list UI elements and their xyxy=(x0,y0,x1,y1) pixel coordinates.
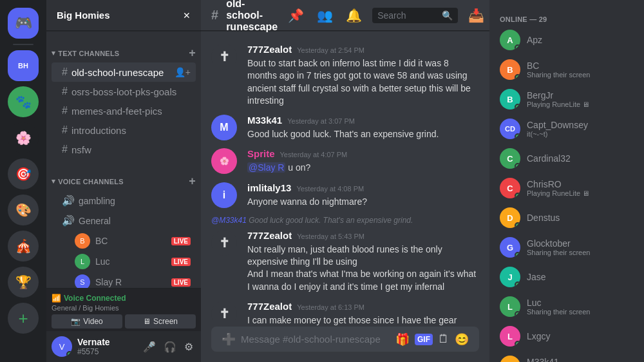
settings-button[interactable]: ⚙ xyxy=(182,338,196,356)
mention[interactable]: @Slay R xyxy=(247,162,285,173)
member-avatar: C xyxy=(500,178,520,198)
text-channels-label: Text Channels xyxy=(58,50,119,57)
server-icon-3[interactable]: 🌸 xyxy=(8,122,39,153)
video-button[interactable]: 📷 Video xyxy=(52,314,122,329)
screen-button[interactable]: 🖥 Screen xyxy=(125,314,196,329)
text-channels-category[interactable]: ▾ Text Channels + xyxy=(46,36,201,62)
message-author[interactable]: Sprite xyxy=(247,148,275,159)
screen-label: Screen xyxy=(153,317,178,326)
add-server-button[interactable]: + xyxy=(8,303,39,334)
member-avatar: G xyxy=(500,237,520,258)
channel-item-introductions[interactable]: # introductions xyxy=(52,120,196,140)
voice-channel-general[interactable]: 🔊 General xyxy=(52,211,196,231)
server-icon-7[interactable]: 🏆 xyxy=(8,267,39,298)
search-box[interactable]: 🔍 xyxy=(372,8,458,23)
bell-icon[interactable]: 🔔 xyxy=(343,5,365,26)
message-header: 777Zealot Yesterday at 2:54 PM xyxy=(247,44,479,55)
voice-connected-channel: General / Big Homies xyxy=(52,304,196,312)
message-author[interactable]: M33k41 xyxy=(247,115,282,126)
member-item-lxgcy[interactable]: L Lxgcy xyxy=(495,322,639,350)
message-header: Sprite Yesterday at 4:07 PM xyxy=(247,148,479,159)
message-author[interactable]: 777Zealot xyxy=(247,301,292,312)
member-name: Luc xyxy=(95,256,166,267)
message-input-box[interactable]: ➕ 🎁 GIF 🗒 😊 xyxy=(211,327,479,352)
members-icon[interactable]: 👥 xyxy=(314,5,336,26)
member-item-apz[interactable]: A Apz xyxy=(495,26,639,54)
message-avatar: M xyxy=(211,115,237,140)
member-item-capt-downsey[interactable]: CD Capt_Downsey it(~-~t) xyxy=(495,115,639,143)
discord-home-button[interactable]: 🎮 xyxy=(8,8,39,39)
member-item-m33k41[interactable]: M M33k41 Playing RuneLite 🖥 xyxy=(495,352,639,362)
server-icon-2[interactable]: 🐾 xyxy=(8,86,39,117)
message-content: Sprite Yesterday at 4:07 PM @Slay R u on… xyxy=(247,148,479,174)
reply-mention: @M33k41 xyxy=(211,216,247,225)
member-item-chrisro[interactable]: C ChrisRO Playing RuneLite 🖥 xyxy=(495,174,639,202)
message-text: Bout to start back on inferno last time … xyxy=(247,57,479,107)
member-activity: Playing RuneLite 🖥 xyxy=(527,100,589,108)
search-input[interactable] xyxy=(377,10,442,21)
member-info: BC Sharing their screen xyxy=(527,61,590,79)
member-item-glocktober[interactable]: G Glocktober Sharing their screen xyxy=(495,233,639,262)
server-icon-5[interactable]: 🎨 xyxy=(8,195,39,225)
server-header[interactable]: Big Homies ✕ xyxy=(46,0,201,31)
server-icon-6[interactable]: 🎪 xyxy=(8,231,39,262)
message-group: ✝ 777Zealot Yesterday at 5:43 PM Not rea… xyxy=(201,227,489,296)
gift-icon[interactable]: 🎁 xyxy=(395,332,410,347)
voice-member-bc[interactable]: B BC LIVE xyxy=(52,231,196,251)
chevron-icon: ▾ xyxy=(52,177,55,186)
voice-channel-gambling[interactable]: 🔊 gambling xyxy=(52,191,196,211)
message-input-area: ➕ 🎁 GIF 🗒 😊 xyxy=(201,327,489,362)
channel-name: old-school-runescape xyxy=(71,67,171,78)
member-name: Slay R xyxy=(95,277,166,287)
message-author[interactable]: imlitaly13 xyxy=(247,182,291,193)
live-badge: LIVE xyxy=(171,237,191,245)
inbox-icon[interactable]: 📥 xyxy=(466,5,487,26)
voice-member-luc[interactable]: L Luc LIVE xyxy=(52,251,196,272)
member-item-denstus[interactable]: D Denstus xyxy=(495,204,639,232)
voice-connected-label: Voice Connected xyxy=(64,294,126,303)
message-author[interactable]: 777Zealot xyxy=(247,44,292,55)
deafen-button[interactable]: 🎧 xyxy=(161,338,179,356)
member-activity: it(~-~t) xyxy=(527,130,588,138)
member-item-bergjr[interactable]: B BergJr Playing RuneLite 🖥 xyxy=(495,85,639,113)
add-voice-channel-button[interactable]: + xyxy=(189,175,196,188)
sticker-icon[interactable]: 🗒 xyxy=(438,332,450,346)
channel-item-memes[interactable]: # memes-and-feet-pics xyxy=(52,101,196,120)
server-icon-4[interactable]: 🎯 xyxy=(8,158,39,189)
channel-item-old-school-runescape[interactable]: # old-school-runescape 👤+ xyxy=(52,62,196,82)
voice-member-slayr[interactable]: S Slay R LIVE xyxy=(52,272,196,288)
message-author[interactable]: 777Zealot xyxy=(247,230,292,241)
message-header: imlitaly13 Yesterday at 4:08 PM xyxy=(247,182,479,193)
message-input[interactable] xyxy=(241,327,390,352)
screen-icon: 🖥 xyxy=(143,317,151,326)
voice-channels-category[interactable]: ▾ Voice Channels + xyxy=(46,164,201,191)
online-label: ONLINE — 29 xyxy=(500,15,547,23)
message-timestamp: Yesterday at 2:54 PM xyxy=(297,46,365,54)
member-item-jase[interactable]: J Jase xyxy=(495,263,639,291)
channel-item-nsfw[interactable]: # nsfw xyxy=(52,140,196,159)
add-channel-button[interactable]: + xyxy=(189,46,196,60)
channel-item-osrs[interactable]: # osrs-boss-loot-pks-goals xyxy=(52,82,196,101)
emoji-icon[interactable]: 😊 xyxy=(455,332,469,347)
channel-list: ▾ Text Channels + # old-school-runescape… xyxy=(46,31,201,288)
server-icon-1[interactable]: BH xyxy=(8,50,39,81)
channel-name: gambling xyxy=(79,196,115,206)
pin-icon[interactable]: 📌 xyxy=(285,5,307,26)
gif-icon[interactable]: GIF xyxy=(415,334,433,345)
member-item-luc[interactable]: L Luc Sharing their screen xyxy=(495,292,639,321)
status-dot xyxy=(515,222,520,228)
member-activity: Playing RuneLite 🖥 xyxy=(527,189,589,197)
message-text: @Slay R u on? xyxy=(247,162,479,174)
user-area: V Vernate #5575 🎤 🎧 ⚙ xyxy=(46,331,201,362)
attach-icon[interactable]: ➕ xyxy=(222,332,236,347)
channel-name: nsfw xyxy=(71,144,191,155)
message-content: M33k41 Yesterday at 3:07 PM Good luck go… xyxy=(247,115,479,140)
video-icon: 📷 xyxy=(71,317,80,326)
member-item-bc[interactable]: B BC Sharing their screen xyxy=(495,55,639,84)
add-user-icon[interactable]: 👤+ xyxy=(175,67,191,77)
speaker-icon: 🔊 xyxy=(62,195,75,207)
message-timestamp: Yesterday at 5:43 PM xyxy=(297,233,365,240)
mute-button[interactable]: 🎤 xyxy=(140,338,158,356)
member-item-cardinal32[interactable]: C Cardinal32 xyxy=(495,144,639,173)
hash-icon: # xyxy=(62,124,68,136)
